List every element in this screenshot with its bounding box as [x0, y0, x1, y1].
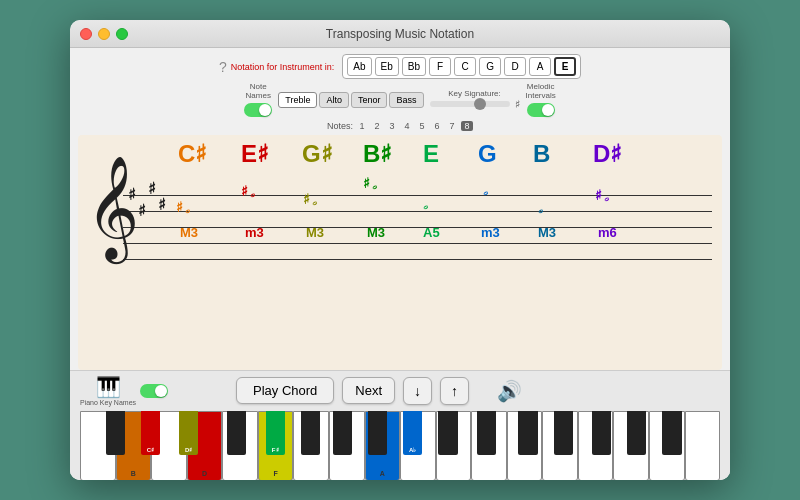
note-5[interactable]: 5 — [416, 121, 428, 131]
minimize-button[interactable] — [98, 28, 110, 40]
key-Eb[interactable]: Eb — [375, 57, 399, 76]
note-name-c-sharp: C♯ — [178, 140, 207, 167]
traffic-lights — [80, 28, 128, 40]
interval-e: A5 — [423, 225, 440, 240]
key-E[interactable]: E — [554, 57, 576, 76]
next-button[interactable]: Next — [342, 377, 395, 404]
piano-controls: 🎹 Piano Key Names Play Chord Next ↓ ↑ 🔊 — [70, 371, 730, 411]
piano-key-names-toggle[interactable] — [140, 384, 168, 398]
black-key-4[interactable] — [227, 411, 246, 455]
black-key-7[interactable] — [333, 411, 352, 455]
key-A[interactable]: A — [529, 57, 551, 76]
note-b-sharp: B♯ — [363, 140, 392, 168]
key-label-a: A — [380, 470, 385, 477]
close-button[interactable] — [80, 28, 92, 40]
main-window: Transposing Music Notation ? Notation fo… — [70, 20, 730, 480]
help-icon[interactable]: ? — [219, 59, 227, 75]
black-key-f-sharp[interactable]: F♯ — [266, 411, 285, 455]
key-sig-label: Key Signature: — [448, 89, 500, 98]
piano-keys: B D F A — [80, 411, 720, 480]
black-key-12[interactable] — [518, 411, 537, 455]
controls-row: NoteNames Treble Alto Tenor Bass Key Sig… — [244, 83, 555, 117]
tab-bass[interactable]: Bass — [389, 92, 423, 108]
note-4[interactable]: 4 — [401, 121, 413, 131]
black-key-ab[interactable]: A♭ — [403, 411, 422, 455]
black-key-8[interactable] — [368, 411, 387, 455]
note-e-sharp: E♯ — [241, 140, 269, 168]
treble-clef: 𝄞 — [86, 163, 139, 253]
window-title: Transposing Music Notation — [326, 27, 474, 41]
black-key-6[interactable] — [301, 411, 320, 455]
note-oval-g-sharp: ♯ 𝅗 — [303, 189, 312, 210]
key-sig-group: Key Signature: ♯ — [430, 89, 520, 111]
melodic-intervals-toggle[interactable] — [527, 103, 555, 117]
note-3[interactable]: 3 — [386, 121, 398, 131]
note-7[interactable]: 7 — [446, 121, 458, 131]
tab-alto[interactable]: Alto — [319, 92, 349, 108]
note-names-toggle[interactable] — [244, 103, 272, 117]
black-key-1[interactable] — [106, 411, 125, 455]
key-buttons: Ab Eb Bb F C G D A E — [342, 54, 581, 79]
key-C[interactable]: C — [454, 57, 476, 76]
key-sharp-3: ♯ — [148, 179, 156, 198]
clef-tabs: Treble Alto Tenor Bass — [278, 92, 423, 108]
piano-icon-group: 🎹 Piano Key Names — [80, 375, 136, 407]
note-oval-b-sharp: ♯ 𝅗 — [363, 173, 372, 194]
white-key-18[interactable] — [685, 411, 721, 480]
maximize-button[interactable] — [116, 28, 128, 40]
melodic-intervals-group: MelodicIntervals — [526, 83, 556, 117]
tab-tenor[interactable]: Tenor — [351, 92, 388, 108]
note-oval-e-sharp: ♯ 𝅗 — [241, 181, 250, 202]
note-names-label: NoteNames — [246, 83, 271, 101]
black-key-11[interactable] — [477, 411, 496, 455]
key-D[interactable]: D — [504, 57, 526, 76]
key-F[interactable]: F — [429, 57, 451, 76]
key-G[interactable]: G — [479, 57, 501, 76]
key-label-b: B — [131, 470, 136, 477]
black-key-14[interactable] — [592, 411, 611, 455]
note-g: G — [478, 140, 497, 168]
key-Bb[interactable]: Bb — [402, 57, 426, 76]
toolbar: ? Notation for Instrument in: Ab Eb Bb F… — [70, 48, 730, 135]
note-2[interactable]: 2 — [371, 121, 383, 131]
volume-icon[interactable]: 🔊 — [497, 379, 522, 403]
note-names-group: NoteNames — [244, 83, 272, 117]
white-keys: B D F A — [80, 411, 720, 480]
note-b: B — [533, 140, 550, 168]
titlebar: Transposing Music Notation — [70, 20, 730, 48]
interval-d-sharp: m6 — [598, 225, 617, 240]
black-key-d-sharp[interactable]: D♯ — [179, 411, 198, 455]
play-chord-button[interactable]: Play Chord — [236, 377, 334, 404]
note-oval-d-sharp: ♯ 𝅗 — [595, 185, 604, 206]
key-sharp-2: ♯ — [138, 201, 146, 220]
black-key-13[interactable] — [554, 411, 573, 455]
up-arrow-button[interactable]: ↑ — [440, 377, 469, 405]
melodic-intervals-label: MelodicIntervals — [526, 83, 556, 101]
content-area: ? Notation for Instrument in: Ab Eb Bb F… — [70, 48, 730, 480]
interval-c-sharp: M3 — [180, 225, 198, 240]
key-sig-slider[interactable] — [430, 101, 510, 107]
black-key-16[interactable] — [662, 411, 681, 455]
notes-row: Notes: 1 2 3 4 5 6 7 8 — [327, 121, 473, 131]
black-key-15[interactable] — [627, 411, 646, 455]
note-c-sharp: C♯ — [178, 140, 207, 168]
note-d-sharp: D♯ — [593, 140, 622, 168]
key-sharp-4: ♯ — [158, 195, 166, 214]
interval-e-sharp: m3 — [245, 225, 264, 240]
black-key-c-sharp[interactable]: C♯ — [141, 411, 160, 455]
interval-g-sharp: M3 — [306, 225, 324, 240]
notation-area: 𝄞 ♯ ♯ ♯ ♯ C♯ ♯ 𝅗 M3 E♯ ♯ 𝅗 m3 — [78, 135, 722, 370]
piano-key-names-label: Piano Key Names — [80, 399, 136, 407]
note-6[interactable]: 6 — [431, 121, 443, 131]
down-arrow-button[interactable]: ↓ — [403, 377, 432, 405]
black-key-10[interactable] — [438, 411, 457, 455]
note-1[interactable]: 1 — [356, 121, 368, 131]
tab-treble[interactable]: Treble — [278, 92, 317, 108]
key-label-d: D — [202, 470, 207, 477]
key-label-f: F — [273, 470, 277, 477]
interval-g: m3 — [481, 225, 500, 240]
key-Ab[interactable]: Ab — [347, 57, 371, 76]
note-8[interactable]: 8 — [461, 121, 473, 131]
sharp-icon: ♯ — [515, 98, 520, 111]
notes-label: Notes: — [327, 121, 353, 131]
